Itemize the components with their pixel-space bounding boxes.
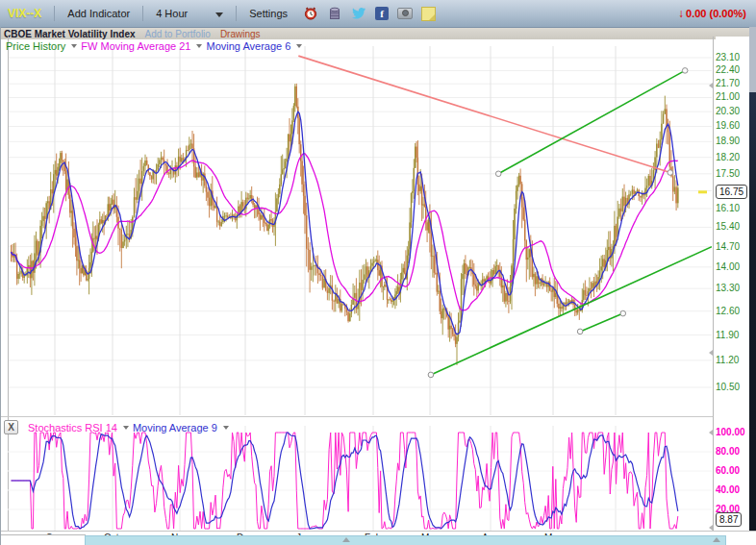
price-tick-label: 14.00 [716, 261, 750, 272]
camera-icon[interactable] [397, 8, 413, 19]
stoch-tick-label: 100.00 [716, 427, 754, 437]
trendline-handle[interactable] [577, 329, 583, 334]
price-tick-label: 11.90 [716, 330, 750, 340]
window-left-border [0, 27, 1, 545]
alarm-clock-icon[interactable] [303, 6, 318, 21]
chevron-down-icon [71, 44, 77, 48]
scrollbar-marker-icon [713, 537, 720, 542]
top-toolbar: VIX--X Add Indicator 4 Hour Settings [0, 0, 756, 28]
symbol-name: CBOE Market Volatility Index [4, 29, 136, 39]
add-indicator-button[interactable]: Add Indicator [62, 8, 136, 19]
price-tick-label: 21.70 [716, 78, 750, 88]
trendline-handle[interactable] [668, 170, 673, 176]
ma6-label: Moving Average 6 [206, 40, 290, 52]
right-axis: 23.1022.4021.7021.0020.3019.6018.9018.20… [716, 37, 750, 531]
price-tick-label: 18.90 [716, 136, 750, 146]
price-tick-label: 17.50 [716, 168, 750, 179]
trendline-handle[interactable] [682, 68, 688, 74]
price-tick-label: 13.30 [716, 283, 750, 293]
stoch-rsi-line [12, 433, 678, 529]
ma21-label: FW Moving Average 21 [81, 40, 190, 52]
down-trendline[interactable] [298, 56, 669, 172]
trendline-handle[interactable] [495, 171, 501, 177]
ma21-dropdown[interactable]: FW Moving Average 21 [81, 40, 202, 52]
stoch-tick-label: 40.00 [716, 484, 754, 495]
database-icon[interactable] [327, 6, 342, 21]
last-price-box: 16.75 [716, 185, 747, 199]
panel-divider [0, 416, 713, 417]
change-value: 0.00 (0.00%) [686, 8, 746, 19]
symbol-tab[interactable]: VIX--X [0, 7, 47, 20]
axis-marker-icon [709, 430, 713, 435]
price-tick-label: 18.20 [716, 152, 750, 162]
price-tick-label: 14.70 [716, 241, 750, 252]
change-indicator: ↓ 0.00 (0.00%) [678, 7, 746, 20]
ma9-label: Moving Average 9 [133, 422, 217, 434]
notes-icon[interactable] [421, 7, 436, 21]
toolbar-icon-strip: f [303, 6, 436, 21]
last-value-box: 8.87 [716, 512, 742, 527]
ma9-dropdown[interactable]: Moving Average 9 [133, 422, 229, 434]
trendline-handle[interactable] [620, 310, 626, 316]
ma21-line [12, 154, 678, 310]
stochastics-legend: X Stochastics RSI 14 Moving Average 9 [4, 420, 229, 434]
facebook-icon[interactable]: f [375, 7, 389, 20]
price-tick-label: 15.40 [716, 221, 750, 232]
scrollbar-marker-icon [342, 537, 350, 542]
main-chart-legend: Price History FW Moving Average 21 Movin… [6, 40, 302, 52]
price-tick-label: 11.20 [716, 355, 750, 365]
divider [54, 6, 55, 21]
down-arrow-icon: ↓ [678, 7, 684, 20]
trendline-handle[interactable] [428, 372, 434, 378]
drawings-link[interactable]: Drawings [220, 29, 261, 39]
symbol-info-bar: CBOE Market Volatility Index Add to Port… [0, 28, 756, 39]
scrollbar-corner-box [0, 534, 86, 545]
axis-marker-icon [709, 525, 713, 531]
stoch-tick-label: 80.00 [716, 446, 754, 457]
main-chart-canvas[interactable] [8, 46, 712, 415]
price-tick-label: 12.60 [716, 306, 750, 316]
price-history-label: Price History [6, 40, 65, 52]
price-tick-label: 20.30 [716, 106, 750, 116]
price-tick-label: 23.10 [716, 52, 750, 62]
up-trendline-low-short[interactable] [580, 313, 623, 332]
horizontal-scrollbar[interactable] [85, 535, 726, 545]
stoch-rsi-dropdown[interactable]: Stochastics RSI 14 [28, 422, 129, 434]
price-tick-label: 21.00 [716, 91, 750, 102]
chevron-down-icon [123, 426, 129, 430]
chevron-down-icon [296, 44, 302, 48]
chevron-down-icon [196, 44, 202, 48]
twitter-icon[interactable] [351, 6, 366, 21]
divider [236, 6, 237, 21]
stoch-rsi-label: Stochastics RSI 14 [28, 422, 117, 434]
timeframe-dropdown[interactable]: 4 Hour [150, 8, 229, 19]
price-tick-label: 16.10 [716, 203, 750, 213]
settings-button[interactable]: Settings [243, 8, 293, 19]
close-indicator-button[interactable]: X [4, 420, 18, 434]
price-tick-label: 19.60 [716, 120, 750, 131]
ma6-dropdown[interactable]: Moving Average 6 [206, 40, 302, 52]
window-right-border [749, 27, 756, 92]
plot-right-axis-line [713, 37, 714, 531]
add-to-portfolio-link[interactable]: Add to Portfolio [145, 29, 211, 39]
stoch-tick-label: 60.00 [716, 465, 754, 476]
timeframe-value: 4 Hour [156, 8, 188, 19]
window-right-border [749, 92, 756, 531]
chevron-down-icon [215, 12, 223, 17]
price-history-dropdown[interactable]: Price History [6, 40, 77, 52]
stochastics-canvas[interactable] [8, 426, 712, 531]
chevron-down-icon [223, 426, 229, 430]
axis-marker-icon [709, 83, 713, 88]
price-tick-label: 22.40 [716, 64, 750, 75]
axis-marker-icon [709, 350, 713, 356]
last-price-tick [698, 190, 707, 193]
divider [142, 6, 143, 21]
price-tick-label: 10.50 [716, 382, 750, 392]
